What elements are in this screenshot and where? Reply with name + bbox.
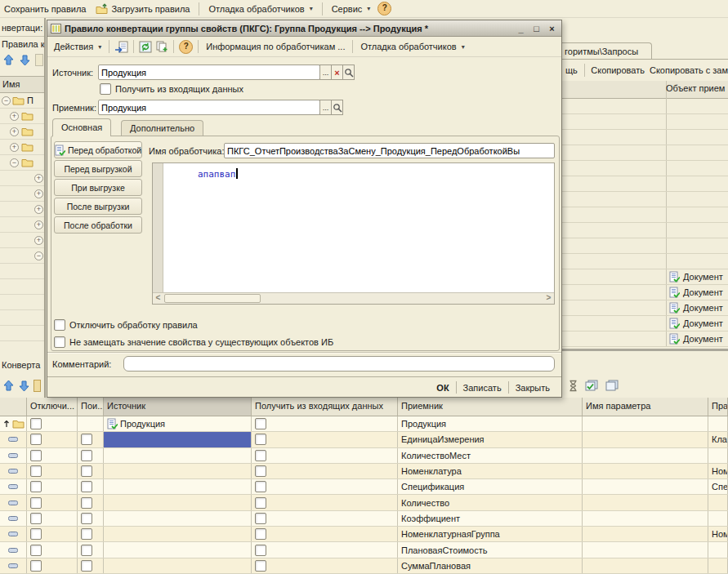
col-rule-cell[interactable]: [708, 416, 728, 431]
col-rule-cell[interactable]: Спе: [708, 479, 728, 494]
col-rule-cell[interactable]: [708, 511, 728, 526]
help-icon[interactable]: ?: [179, 40, 193, 54]
tree-row[interactable]: −П: [0, 93, 44, 109]
col-target-cell[interactable]: СуммаПлановая: [398, 558, 583, 573]
ellipsis-button[interactable]: ...: [319, 65, 332, 80]
row-disable-checkbox[interactable]: [30, 528, 42, 540]
row-incoming-checkbox[interactable]: [255, 560, 266, 572]
copy-pages-icon[interactable]: [605, 380, 619, 392]
row-disable-checkbox[interactable]: [30, 497, 42, 509]
target-input[interactable]: [98, 100, 320, 115]
col-incoming-cell[interactable]: [252, 558, 398, 573]
row-search-checkbox[interactable]: [81, 481, 92, 492]
row-disable-checkbox[interactable]: [30, 450, 42, 461]
col-source-cell[interactable]: Продукция: [104, 416, 252, 431]
tree-row[interactable]: +: [0, 233, 44, 248]
write-icon[interactable]: [114, 41, 128, 53]
col-incoming-cell[interactable]: [252, 416, 398, 431]
col-target-cell[interactable]: Количество: [398, 495, 583, 509]
col-source-cell[interactable]: [104, 511, 252, 526]
expander-icon[interactable]: +: [10, 112, 19, 121]
col-incoming-cell[interactable]: [252, 432, 398, 447]
help-icon[interactable]: ?: [377, 2, 391, 16]
table-row[interactable]: ПродукцияПродукция: [0, 416, 728, 432]
column-header-col-disable[interactable]: Отключи...: [27, 398, 78, 416]
table-row[interactable]: НоменклатурнаяГруппаНом: [0, 527, 728, 542]
row-incoming-checkbox[interactable]: [255, 434, 266, 445]
expander-icon[interactable]: +: [34, 205, 43, 214]
comment-input[interactable]: [123, 356, 555, 372]
col-param-cell[interactable]: [583, 464, 708, 478]
row-disable-checkbox[interactable]: [30, 434, 42, 445]
col-icon-cell[interactable]: [0, 479, 27, 494]
tree-row[interactable]: +: [0, 124, 44, 140]
expander-icon[interactable]: +: [10, 127, 19, 136]
write-button[interactable]: Записать: [457, 381, 508, 394]
col-target-cell[interactable]: ЕдиницаИзмерения: [398, 432, 583, 447]
column-header-col-source[interactable]: Источник: [104, 398, 252, 416]
row-search-checkbox[interactable]: [81, 450, 92, 461]
col-rule-cell[interactable]: [708, 448, 728, 463]
table-row[interactable]: СуммаПлановая: [0, 558, 728, 574]
expander-icon[interactable]: −: [34, 251, 43, 260]
arrow-up-icon[interactable]: [2, 54, 15, 66]
receiver-row[interactable]: Документ: [562, 331, 728, 347]
tree-row[interactable]: [0, 295, 44, 310]
row-incoming-checkbox[interactable]: [255, 465, 266, 477]
col-target-cell[interactable]: Коэффициент: [398, 511, 583, 526]
col-icon-cell[interactable]: [0, 527, 27, 541]
receiver-row[interactable]: Документ: [562, 316, 728, 331]
col-incoming-cell[interactable]: [252, 511, 398, 526]
col-param-cell[interactable]: [583, 495, 708, 509]
table-row[interactable]: СпецификацияСпе: [0, 479, 728, 495]
row-search-checkbox[interactable]: [81, 560, 92, 572]
col-disable-cell[interactable]: [27, 495, 78, 509]
minimize-button[interactable]: _: [515, 24, 527, 33]
expander-icon[interactable]: +: [34, 174, 43, 183]
algorithms-queries-tab[interactable]: горитмы\Запросы: [562, 42, 652, 60]
col-target-cell[interactable]: НоменклатурнаяГруппа: [398, 527, 583, 541]
copy-pages-check-icon[interactable]: [584, 380, 598, 392]
row-search-checkbox[interactable]: [81, 528, 92, 540]
object-receiver-column-header[interactable]: Объект прием: [666, 83, 725, 93]
row-search-checkbox[interactable]: [81, 465, 92, 477]
col-rule-cell[interactable]: [708, 495, 728, 509]
col-rule-cell[interactable]: [708, 542, 728, 557]
tree-row[interactable]: +: [0, 140, 44, 155]
col-param-cell[interactable]: [583, 542, 708, 557]
col-source-cell[interactable]: [104, 495, 252, 509]
service-menu[interactable]: Сервис▾: [329, 3, 373, 15]
tab-additional[interactable]: Дополнительно: [121, 120, 203, 136]
col-search-cell[interactable]: [78, 495, 104, 509]
row-incoming-checkbox[interactable]: [255, 545, 266, 556]
col-incoming-cell[interactable]: [252, 448, 398, 463]
receiver-row[interactable]: Документ: [562, 269, 728, 285]
col-search-cell[interactable]: [78, 448, 104, 463]
col-source-cell[interactable]: [104, 527, 252, 541]
handler-tab-on-export[interactable]: При выгрузке: [54, 179, 142, 196]
col-param-cell[interactable]: [583, 448, 708, 463]
scroll-left-icon[interactable]: <: [153, 293, 163, 304]
tree-row[interactable]: [0, 326, 44, 341]
ellipsis-button[interactable]: ...: [319, 100, 332, 115]
tree-row[interactable]: +: [0, 202, 44, 217]
refresh-icon[interactable]: [139, 41, 152, 53]
table-row[interactable]: ЕдиницаИзмеренияКла: [0, 432, 728, 447]
receiver-row[interactable]: [562, 192, 728, 207]
handler-tab-after-processing[interactable]: После обработки: [54, 216, 142, 234]
col-incoming-cell[interactable]: [252, 479, 398, 494]
col-icon-cell[interactable]: [0, 558, 27, 573]
col-disable-cell[interactable]: [27, 479, 78, 494]
row-search-checkbox[interactable]: [81, 434, 92, 445]
col-search-cell[interactable]: [78, 511, 104, 526]
col-search-cell[interactable]: [78, 464, 104, 478]
col-icon-cell[interactable]: [0, 511, 27, 526]
col-icon-cell[interactable]: [0, 464, 27, 478]
row-incoming-checkbox[interactable]: [255, 513, 266, 524]
arrow-down-icon[interactable]: [18, 380, 30, 392]
tree-row[interactable]: [0, 310, 44, 326]
col-source-cell[interactable]: [104, 542, 252, 557]
receiver-row[interactable]: [562, 238, 728, 254]
col-search-cell[interactable]: [78, 432, 104, 447]
col-search-cell[interactable]: [78, 558, 104, 573]
